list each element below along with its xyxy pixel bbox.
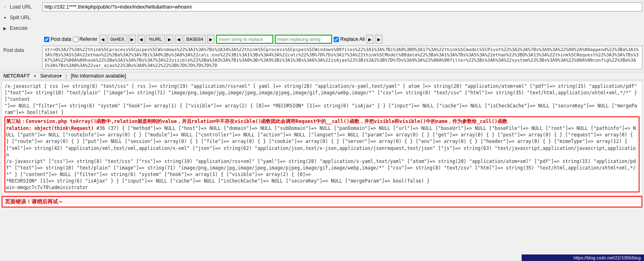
insert-replacing-input[interactable] <box>275 35 332 44</box>
base64-btn-group: ◀ BASE64 ▶ <box>175 35 215 44</box>
highlight-comment: 第三站：Conversion.php toArray()函数中,relation… <box>6 118 638 125</box>
url-input[interactable] <box>42 2 642 11</box>
replace-all-checkbox[interactable] <box>334 37 339 42</box>
highlight-relation: relation: object(think\Request) #36 (37)… <box>6 125 638 158</box>
post-data-textarea[interactable]: str=O%3A27%3A%22think%5Cprocess%5Cpipes%… <box>42 46 642 69</box>
split-url-icon: ⚭ <box>2 14 8 21</box>
netcraft-info: [No information available] <box>71 73 126 79</box>
netcraft-logo: NETCRAFT <box>3 73 30 79</box>
execute-row: ▶ Execute <box>0 23 644 33</box>
replace-all-label: Replace All <box>340 36 365 42</box>
base64-left-arrow[interactable]: ◀ <box>175 35 182 44</box>
top-bar: ↑ Load URL ⚭ Split URL ▶ Execute Post da… <box>0 0 644 72</box>
post-data-checkbox[interactable] <box>44 37 49 42</box>
execute-label-container: ▶ Execute <box>2 25 42 31</box>
insert-replace-input[interactable] <box>216 35 273 44</box>
split-url-label: Split URL <box>10 15 31 20</box>
toolbar-options-row: Post data Referrer ◀ 0xHEX ▶ ◀ %URL ▶ ◀ … <box>0 33 644 45</box>
base64-button[interactable]: BASE64 <box>184 35 206 44</box>
url-right-arrow[interactable]: ▶ <box>166 35 173 44</box>
split-url-label-container: ⚭ Split URL <box>2 14 42 21</box>
load-url-label-container: ↑ Load URL <box>2 4 42 10</box>
netcraft-down-arrow: ▼ <box>33 74 37 78</box>
highlight-body: #36 (37) { ["method"]=> NULL ["host"]=> … <box>6 125 636 157</box>
relation-label: relation: object(think\Request) <box>6 125 94 131</box>
load-url-label: Load URL <box>10 4 32 10</box>
status-url: https://blog.csdn.net/22/1066/blog <box>573 255 641 260</box>
post-data-checkbox-label: Post data <box>51 36 71 42</box>
content-line3: /x-javascript" ["css"]=> string(8) "text… <box>6 158 638 178</box>
content-line1: /x-javascript [ css ]=> string(8) "text/… <box>4 83 640 103</box>
post-data-checkbox-item: Post data <box>44 36 71 42</box>
hex-btn-group: ◀ 0xHEX ▶ <box>99 35 136 44</box>
execute-icon: ▶ <box>2 25 8 31</box>
hex-button[interactable]: 0xHEX <box>108 35 127 44</box>
url-btn-group: ◀ %URL ▶ <box>137 35 173 44</box>
referrer-checkbox[interactable] <box>73 37 78 42</box>
split-url-row: ⚭ Split URL <box>0 12 644 23</box>
content-area: /x-javascript [ css ]=> string(8) "text/… <box>2 81 642 195</box>
load-url-icon: ↑ <box>2 4 8 10</box>
result-line: win-mmqpc7c7v70\administrator <box>6 184 638 191</box>
services-menu[interactable]: Services▾ <box>40 73 62 79</box>
post-data-label: Post data <box>2 46 42 55</box>
status-bar: https://blog.csdn.net/22/1066/blog <box>522 254 644 261</box>
content-line2: "]=> NULL ["filter"]=> string(6) "system… <box>4 103 640 116</box>
url-left-arrow[interactable]: ◀ <box>137 35 145 44</box>
replace-right-arrow2[interactable]: ▶ <box>375 35 383 44</box>
hex-right-arrow[interactable]: ▶ <box>128 35 136 44</box>
base64-right-arrow[interactable]: ▶ <box>207 35 215 44</box>
referrer-label: Referrer <box>80 36 97 42</box>
replace-all-item: Replace All <box>334 36 365 42</box>
highlight-section: 第三站：Conversion.php toArray()函数中,relation… <box>4 116 640 192</box>
post-data-row: Post data str=O%3A27%3A%22think%5Cproces… <box>0 45 644 70</box>
netcraft-bar: NETCRAFT ▼ Services▾ | [No information a… <box>0 72 644 80</box>
hex-left-arrow[interactable]: ◀ <box>99 35 106 44</box>
error-message: 页面错误！请稍后再试～ <box>5 199 63 205</box>
url-button[interactable]: %URL <box>146 35 165 44</box>
replace-right-arrow[interactable]: ▶ <box>366 35 374 44</box>
referrer-checkbox-item: Referrer <box>73 36 97 42</box>
load-url-row: ↑ Load URL <box>0 2 644 12</box>
execute-label: Execute <box>10 25 27 31</box>
content-line4: *RECURSION* [1]=> string(6) "isAjax" } }… <box>6 178 638 184</box>
netcraft-separator: | <box>66 73 67 79</box>
error-box: 页面错误！请稍后再试～ <box>2 196 642 207</box>
